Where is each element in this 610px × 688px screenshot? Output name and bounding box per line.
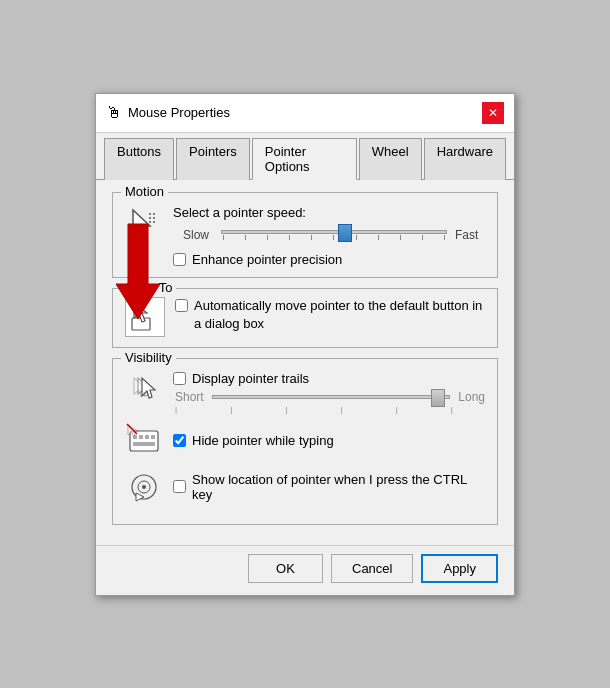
trails-label: Display pointer trails (192, 371, 309, 386)
snap-group-content: Automatically move pointer to the defaul… (125, 297, 485, 337)
motion-group: Motion Select a pointer speed: (112, 192, 498, 278)
snap-label: Automatically move pointer to the defaul… (194, 297, 485, 333)
show-location-content: Show location of pointer when I press th… (173, 472, 485, 502)
ctrl-checkbox[interactable] (173, 480, 186, 493)
trails-slider-track (212, 395, 451, 399)
precision-checkbox-row: Enhance pointer precision (173, 252, 485, 267)
pointer-trails-row: Display pointer trails Short Long | | (125, 371, 485, 414)
slow-label: Slow (183, 228, 213, 242)
mouse-icon: 🖱 (106, 104, 122, 122)
short-label: Short (175, 390, 204, 404)
snap-icon (125, 297, 165, 337)
visibility-group: Visibility Di (112, 358, 498, 525)
hide-typing-content: Hide pointer while typing (173, 433, 485, 448)
title-bar-left: 🖱 Mouse Properties (106, 104, 230, 122)
ok-button[interactable]: OK (248, 554, 323, 583)
speed-slider-track (221, 230, 447, 234)
svg-point-20 (142, 485, 146, 489)
show-location-row: Show location of pointer when I press th… (125, 468, 485, 506)
dialog-footer: OK Cancel Apply (96, 545, 514, 595)
pointer-trails-content: Display pointer trails Short Long | | (173, 371, 485, 414)
svg-rect-14 (151, 435, 155, 439)
trails-slider-row: Short Long (173, 390, 485, 404)
motion-group-label: Motion (121, 184, 168, 199)
apply-button[interactable]: Apply (421, 554, 498, 583)
trails-slider-thumb[interactable] (431, 389, 445, 407)
trails-checkbox-row: Display pointer trails (173, 371, 485, 386)
long-label: Long (458, 390, 485, 404)
snap-group-label: Snap To (121, 280, 176, 295)
snap-to-group: Snap To Automatically move pointer to th… (112, 288, 498, 348)
speed-description: Select a pointer speed: (173, 205, 485, 220)
pointer-trails-icon (125, 373, 163, 411)
cancel-button[interactable]: Cancel (331, 554, 413, 583)
motion-header: Select a pointer speed: Slow (125, 205, 485, 267)
ctrl-checkbox-row: Show location of pointer when I press th… (173, 472, 485, 502)
close-button[interactable]: ✕ (482, 102, 504, 124)
precision-checkbox[interactable] (173, 253, 186, 266)
snap-checkbox-row: Automatically move pointer to the defaul… (175, 297, 485, 333)
trails-checkbox[interactable] (173, 372, 186, 385)
tabs-bar: Buttons Pointers Pointer Options Wheel H… (96, 133, 514, 180)
tab-buttons[interactable]: Buttons (104, 138, 174, 180)
speed-slider-row: Slow (173, 228, 485, 242)
hide-typing-label: Hide pointer while typing (192, 433, 334, 448)
tab-hardware[interactable]: Hardware (424, 138, 506, 180)
content-area: Motion Select a pointer speed: (96, 180, 514, 545)
hide-typing-icon (125, 422, 163, 460)
show-location-icon (125, 468, 163, 506)
cursor-speed-icon (125, 205, 163, 243)
snap-content: Automatically move pointer to the defaul… (175, 297, 485, 333)
speed-slider-container (221, 230, 447, 240)
tab-pointer-options[interactable]: Pointer Options (252, 138, 357, 180)
motion-group-content: Select a pointer speed: Slow (125, 201, 485, 267)
snap-checkbox[interactable] (175, 299, 188, 312)
visibility-group-content: Display pointer trails Short Long | | (125, 367, 485, 506)
fast-label: Fast (455, 228, 485, 242)
svg-rect-15 (133, 442, 155, 446)
hide-typing-checkbox[interactable] (173, 434, 186, 447)
svg-marker-21 (136, 493, 144, 501)
motion-body: Select a pointer speed: Slow (173, 205, 485, 267)
tab-wheel[interactable]: Wheel (359, 138, 422, 180)
tab-pointers[interactable]: Pointers (176, 138, 250, 180)
precision-label: Enhance pointer precision (192, 252, 342, 267)
hide-typing-checkbox-row: Hide pointer while typing (173, 433, 485, 448)
svg-rect-13 (145, 435, 149, 439)
mouse-properties-dialog: 🖱 Mouse Properties ✕ Buttons Pointers Po… (95, 93, 515, 596)
svg-rect-12 (139, 435, 143, 439)
visibility-group-label: Visibility (121, 350, 176, 365)
svg-marker-0 (133, 210, 150, 236)
title-bar: 🖱 Mouse Properties ✕ (96, 94, 514, 133)
window-title: Mouse Properties (128, 105, 230, 120)
hide-typing-row: Hide pointer while typing (125, 422, 485, 460)
ctrl-label: Show location of pointer when I press th… (192, 472, 485, 502)
